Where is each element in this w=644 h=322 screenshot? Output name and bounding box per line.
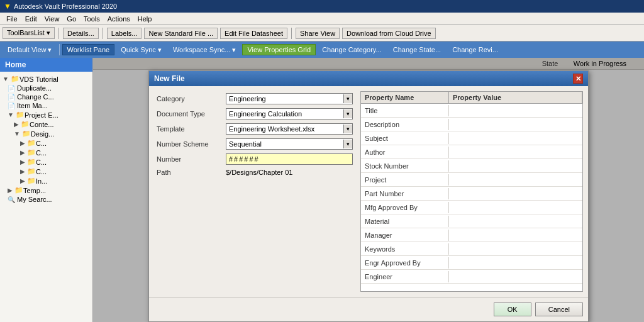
default-view-dropdown[interactable]: Default View ▾: [3, 44, 57, 56]
tree-item-project[interactable]: ▼ 📁 Project E...: [1, 110, 91, 119]
property-row[interactable]: Engr Approved By: [361, 256, 582, 270]
property-name: Engr Approved By: [361, 257, 449, 269]
expand-icon: ▼: [14, 130, 20, 137]
folder-icon: 📁: [27, 148, 36, 157]
property-row[interactable]: Stock Number: [361, 159, 582, 173]
ok-button[interactable]: OK: [494, 303, 531, 316]
property-value: [449, 164, 582, 168]
numberscheme-label: Number Scheme: [154, 136, 223, 152]
dialog-body: Category Engineering ▾ Document Type: [149, 86, 588, 297]
new-file-dialog: New File ✕ Category Engineering: [148, 70, 589, 322]
view-properties-grid-button[interactable]: View Properties Grid: [242, 44, 316, 55]
property-row[interactable]: Mfg Approved By: [361, 201, 582, 214]
tree-label: Change C...: [17, 93, 54, 101]
property-row[interactable]: Title: [361, 104, 582, 118]
toolbar1: ToolBarsList ▾ Details... Labels... New …: [0, 25, 644, 42]
doctype-dropdown-arrow[interactable]: ▾: [343, 109, 352, 118]
category-select[interactable]: Engineering ▾: [226, 93, 353, 104]
property-value: [449, 261, 582, 265]
change-revision-button[interactable]: Change Revi...: [447, 44, 503, 55]
share-view-button[interactable]: Share View: [296, 28, 340, 39]
property-row[interactable]: Author: [361, 145, 582, 159]
tree-item-vds-tutorial[interactable]: ▼ 📁 VDS Tutorial: [1, 74, 91, 84]
labels-button[interactable]: Labels...: [107, 28, 142, 39]
home-label[interactable]: Home: [0, 58, 92, 72]
property-name: Subject: [361, 133, 449, 144]
app-icon: ▼: [4, 2, 11, 11]
numberscheme-dropdown-arrow[interactable]: ▾: [343, 140, 352, 148]
numberscheme-value: Sequential ▾: [223, 136, 355, 152]
tree-item-design[interactable]: ▼ 📁 Desig...: [1, 129, 91, 138]
menu-tools[interactable]: Tools: [80, 14, 104, 24]
property-row[interactable]: Subject: [361, 131, 582, 145]
tree-item-c1[interactable]: ▶ 📁 C...: [1, 138, 91, 148]
tree-item-c4[interactable]: ▶ 📁 C...: [1, 167, 91, 176]
edit-file-datasheet-button[interactable]: Edit File Datasheet: [220, 28, 287, 39]
menu-actions[interactable]: Actions: [104, 14, 134, 24]
menu-help[interactable]: Help: [134, 14, 156, 24]
template-select[interactable]: Engineering Worksheet.xlsx ▾: [226, 123, 353, 135]
change-state-button[interactable]: Change State...: [388, 44, 446, 55]
property-row[interactable]: Keywords: [361, 242, 582, 256]
tree-item-c3[interactable]: ▶ 📁 C...: [1, 157, 91, 167]
download-cloud-button[interactable]: Download from Cloud Drive: [342, 28, 436, 39]
tree-item-content[interactable]: ▶ 📁 Conte...: [1, 119, 91, 129]
tree-item-temp[interactable]: ▶ 📁 Temp...: [1, 186, 91, 195]
menu-edit[interactable]: Edit: [21, 14, 41, 24]
property-row[interactable]: Part Number: [361, 187, 582, 201]
number-label: Number: [154, 152, 223, 167]
toolbarslist-button[interactable]: ToolBarsList ▾: [3, 27, 55, 39]
category-dropdown-arrow[interactable]: ▾: [343, 94, 352, 103]
toolbar2-separator: [59, 44, 60, 55]
property-name: Keywords: [361, 243, 449, 255]
change-category-button[interactable]: Change Category...: [317, 44, 387, 55]
new-standard-file-button[interactable]: New Standard File ...: [144, 28, 218, 39]
folder-icon: 📁: [27, 139, 36, 147]
tree-label: Temp...: [23, 187, 46, 194]
property-row[interactable]: Material: [361, 214, 582, 228]
folder-icon: 📁: [16, 111, 25, 119]
folder-icon: 📁: [27, 177, 36, 185]
menu-file[interactable]: File: [3, 14, 21, 24]
property-name: Title: [361, 105, 449, 116]
tree-item-in[interactable]: ▶ 📁 In...: [1, 176, 91, 186]
menu-view[interactable]: View: [41, 14, 64, 24]
template-dropdown-arrow[interactable]: ▾: [343, 125, 352, 133]
properties-header: Property Name Property Value: [361, 92, 582, 104]
expand-icon: ▼: [8, 111, 14, 118]
tree-item-change[interactable]: 📄 Change C...: [1, 92, 91, 101]
workspace-sync-button[interactable]: Workspace Sync... ▾: [168, 44, 242, 56]
number-input[interactable]: [226, 153, 353, 165]
worklist-pane-button[interactable]: Worklist Pane: [62, 44, 115, 55]
folder-icon: 📁: [27, 158, 36, 166]
tree-label: C...: [36, 168, 47, 175]
doctype-select[interactable]: Engineering Calculation ▾: [226, 108, 353, 119]
dialog-close-button[interactable]: ✕: [573, 74, 583, 84]
property-row[interactable]: Engineer: [361, 270, 582, 284]
property-name: Author: [361, 147, 449, 158]
menu-bar: File Edit View Go Tools Actions Help: [0, 13, 644, 25]
tree-item-item-master[interactable]: 📄 Item Ma...: [1, 101, 91, 110]
tree-label: C...: [36, 149, 47, 157]
property-row[interactable]: Description: [361, 118, 582, 131]
tree-item-duplicate[interactable]: 📄 Duplicate...: [1, 84, 91, 92]
file-icon: 📄: [8, 94, 15, 101]
property-value: [449, 109, 582, 113]
tree-area: ▼ 📁 VDS Tutorial 📄 Duplicate... 📄 Change…: [0, 72, 92, 206]
properties-list: Title Description Subject Author Stock N…: [361, 104, 582, 291]
quick-sync-button[interactable]: Quick Sync ▾: [116, 44, 167, 56]
dialog-titlebar: New File ✕: [149, 71, 588, 86]
prop-header-value: Property Value: [449, 92, 582, 103]
property-row[interactable]: Project: [361, 173, 582, 187]
path-value: $/Designs/Chapter 01: [223, 167, 355, 178]
tree-item-c2[interactable]: ▶ 📁 C...: [1, 148, 91, 157]
tree-label: Project E...: [25, 111, 58, 119]
menu-go[interactable]: Go: [63, 14, 80, 24]
cancel-button[interactable]: Cancel: [535, 303, 583, 316]
numberscheme-select[interactable]: Sequential ▾: [226, 138, 353, 150]
tree-item-search[interactable]: 🔍 My Searc...: [1, 195, 91, 204]
property-row[interactable]: Manager: [361, 228, 582, 242]
property-name: Project: [361, 174, 449, 186]
property-name: Description: [361, 119, 449, 130]
details-button[interactable]: Details...: [63, 28, 99, 39]
